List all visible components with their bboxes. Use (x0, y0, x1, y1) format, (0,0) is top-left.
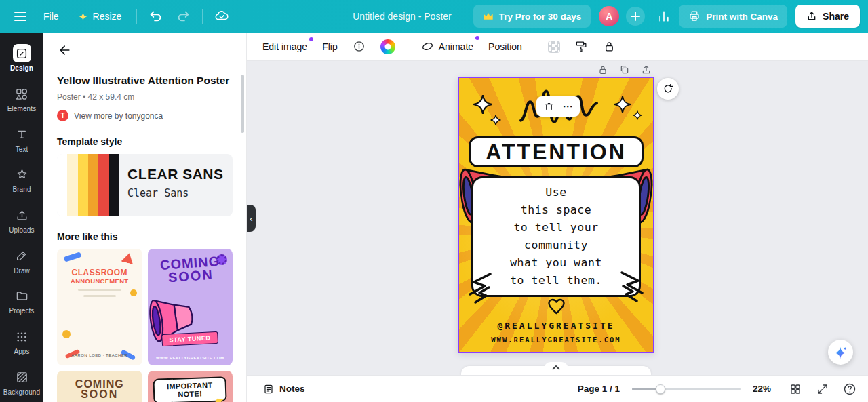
ellipsis-icon: ⋯ (563, 100, 573, 113)
poster-message-box[interactable]: Use this space to tell your community wh… (471, 176, 641, 297)
color-picker-button[interactable] (374, 35, 402, 59)
resize-label: Resize (93, 11, 122, 22)
attention-headline[interactable]: ATTENTION (469, 136, 644, 167)
dot-decoration (130, 289, 137, 296)
edit-image-button[interactable]: Edit image (256, 37, 314, 57)
help-button[interactable] (842, 382, 857, 397)
sidebar-item-elements[interactable]: Elements (0, 79, 43, 119)
duplicate-page-button[interactable] (618, 64, 631, 76)
animate-button[interactable]: Animate (414, 35, 480, 58)
sidebar-item-draw[interactable]: Draw (0, 240, 43, 281)
transparency-button[interactable] (541, 36, 567, 58)
back-button[interactable] (57, 42, 73, 58)
more-options-button[interactable]: ⋯ (558, 98, 577, 115)
zigzag-decoration-right[interactable] (619, 270, 646, 303)
sidebar-item-uploads[interactable]: Uploads (0, 200, 43, 241)
design-canvas[interactable]: ATTENTION Use this space to tell your co… (247, 61, 868, 375)
poster-body-text: Use this space to tell your community wh… (510, 184, 602, 289)
zoom-knob[interactable] (656, 384, 665, 394)
sparkle-icon[interactable] (490, 115, 501, 125)
user-avatar[interactable]: A (599, 6, 619, 26)
info-icon (353, 40, 366, 53)
file-menu-button[interactable]: File (35, 4, 67, 28)
template-panel: Yellow Illustrative Attention Poster Pos… (43, 33, 247, 402)
info-button[interactable] (346, 35, 372, 58)
insights-button[interactable] (652, 4, 676, 28)
template-thumb-coming-soon-brown[interactable]: COMING SOON (57, 371, 142, 402)
zoom-value[interactable]: 22% (753, 384, 776, 394)
add-member-button[interactable] (626, 7, 645, 26)
bar-chart-icon (657, 9, 671, 23)
sparkle-icon[interactable] (633, 110, 642, 120)
copy-style-button[interactable] (568, 35, 595, 58)
print-with-canva-button[interactable]: Print with Canva (679, 5, 787, 28)
lock-button[interactable] (596, 35, 623, 58)
try-pro-button[interactable]: Try Pro for 30 days (473, 5, 591, 28)
status-bar: Notes Page 1 / 1 22% (247, 375, 868, 402)
main-menu-button[interactable] (8, 4, 33, 28)
position-button[interactable]: Position (481, 37, 529, 57)
share-button[interactable]: Share (795, 5, 860, 28)
poster-website[interactable]: WWW.REALLYGREATSITE.COM (459, 336, 653, 344)
color-wheel-icon (380, 39, 395, 54)
help-icon (843, 382, 856, 396)
lightning-decoration (212, 398, 224, 402)
share-icon (806, 11, 817, 22)
zoom-slider[interactable] (632, 384, 741, 395)
delete-button[interactable] (539, 98, 558, 115)
thumb-footer-text: WWW.REALLYGREATSITE.COM (148, 356, 233, 360)
crown-icon (483, 12, 494, 21)
collapse-pages-button[interactable] (544, 362, 568, 375)
sidebar-item-apps[interactable]: Apps (0, 321, 43, 362)
style-color-palette (57, 154, 119, 216)
creator-link[interactable]: T View more by tonygonca (57, 110, 233, 121)
heart-icon[interactable] (547, 298, 566, 315)
save-status-button[interactable] (210, 4, 234, 28)
selection-mini-toolbar: ⋯ (536, 96, 580, 117)
resize-button[interactable]: Resize (70, 4, 130, 28)
sidebar-item-background[interactable]: Background (0, 361, 43, 402)
divider (202, 9, 203, 24)
template-thumb-important-note[interactable]: IMPORTANT NOTE! (148, 371, 233, 402)
sidebar-item-text[interactable]: Text (0, 119, 43, 159)
brand-icon (16, 168, 28, 181)
zigzag-decoration-left[interactable] (466, 272, 493, 304)
paint-roller-icon (575, 40, 588, 53)
avatar-letter: A (606, 11, 612, 22)
move-page-button[interactable] (640, 64, 652, 76)
sidebar-item-brand[interactable]: Brand (0, 159, 43, 200)
sidebar-item-design[interactable]: Design (0, 38, 43, 79)
animate-icon (421, 40, 434, 53)
undo-icon (149, 9, 163, 24)
canva-assistant-button[interactable] (828, 340, 853, 365)
panel-scrollbar[interactable] (241, 75, 244, 133)
elements-icon (15, 87, 28, 101)
poster-social-handle[interactable]: @REALLYGREATSITE (459, 321, 653, 331)
app-sidebar: Design Elements Text Brand Uploads Draw … (0, 33, 43, 402)
redo-button[interactable] (171, 4, 195, 28)
new-feature-dot (475, 36, 479, 40)
template-thumb-classroom-announcement[interactable]: CLASSROOM ANNOUNCEMENT AARON LOEB · TEAC… (57, 249, 142, 365)
design-title[interactable]: Untitled design - Poster (353, 11, 452, 22)
panel-collapse-handle[interactable]: ‹ (247, 205, 256, 232)
sparkle-icon[interactable] (473, 94, 493, 115)
grid-view-button[interactable] (788, 382, 803, 397)
poster-page[interactable]: ATTENTION Use this space to tell your co… (458, 77, 654, 353)
magic-star-icon (78, 12, 88, 22)
dot-decoration (62, 330, 71, 338)
template-style-heading: Template style (57, 136, 233, 147)
template-style-card[interactable]: CLEAR SANS Clear Sans (57, 154, 233, 216)
fullscreen-button[interactable] (815, 382, 830, 397)
flip-button[interactable]: Flip (315, 37, 344, 57)
lock-page-button[interactable] (597, 64, 609, 76)
grid-view-icon (789, 383, 802, 395)
context-toolbar: Edit image Flip Animate Position (247, 33, 868, 61)
notes-button[interactable]: Notes (258, 380, 311, 399)
template-thumb-coming-soon-purple[interactable]: COMING SOON STAY TUNED WWW.REALLYGREATSI… (148, 249, 233, 365)
sparkle-icon[interactable] (614, 96, 631, 113)
sidebar-item-projects[interactable]: Projects (0, 281, 43, 321)
poster-artwork[interactable]: ATTENTION Use this space to tell your co… (459, 78, 653, 352)
rotate-icon (663, 83, 674, 95)
rotate-page-button[interactable] (657, 78, 679, 100)
undo-button[interactable] (144, 4, 168, 28)
